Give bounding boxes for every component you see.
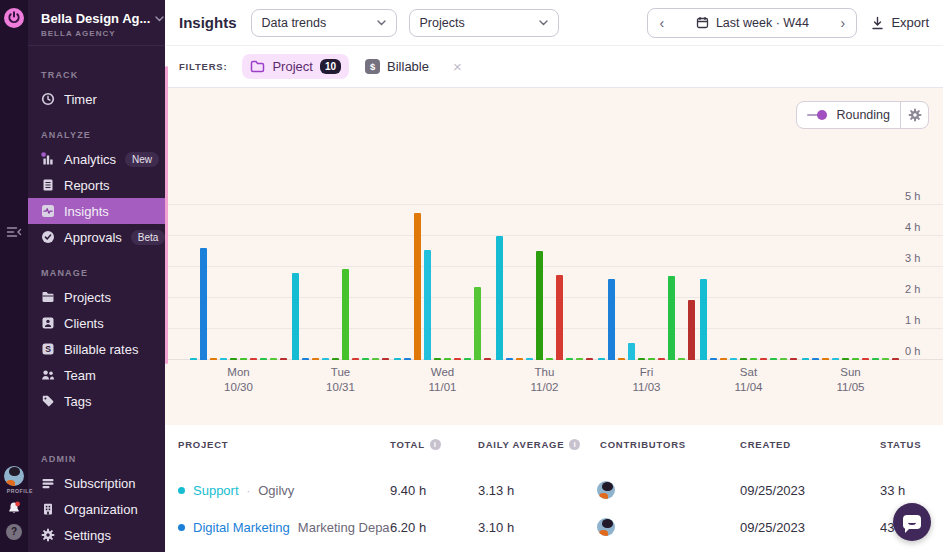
- bar-project-4-mon[interactable]: [220, 358, 227, 360]
- bar-project-7-fri[interactable]: [658, 358, 665, 360]
- bar-project-3-fri[interactable]: [618, 358, 625, 360]
- bar-support-sun[interactable]: [802, 358, 809, 360]
- bar-project-9-fri[interactable]: [678, 358, 685, 360]
- workspace-switcher[interactable]: Bella Design Ag... BELLA AGENCY: [28, 0, 165, 46]
- sidebar-item-timer[interactable]: Timer: [28, 86, 165, 112]
- bar-project-5-sat[interactable]: [740, 358, 747, 360]
- profile-avatar[interactable]: [4, 466, 24, 486]
- bar-project-7-sun[interactable]: [862, 358, 869, 360]
- bar-project-10-wed[interactable]: [484, 358, 491, 360]
- sidebar-item-analytics[interactable]: AnalyticsNew: [28, 146, 165, 172]
- next-week-button[interactable]: ›: [829, 9, 856, 37]
- bar-support-wed[interactable]: [394, 358, 401, 360]
- bar-project-9-tue[interactable]: [372, 358, 379, 360]
- bar-project-8-sun[interactable]: [872, 358, 879, 360]
- project-filter-chip[interactable]: Project 10: [242, 54, 349, 79]
- table-row-support[interactable]: Support·Ogilvy9.40 h3.13 h09/25/202333 h: [165, 472, 943, 509]
- scrollbar[interactable]: [165, 66, 168, 364]
- bar-project-6-mon[interactable]: [240, 358, 247, 360]
- bar-project-5-fri[interactable]: [638, 358, 645, 360]
- bar-project-8-fri[interactable]: [668, 276, 675, 360]
- bar-project-6-fri[interactable]: [648, 358, 655, 360]
- bar-project-5-thu[interactable]: [536, 251, 543, 360]
- chat-widget-button[interactable]: [893, 503, 931, 541]
- gear-icon[interactable]: [900, 102, 928, 128]
- bar-support-thu[interactable]: [496, 236, 503, 360]
- contributor-avatar[interactable]: [597, 481, 615, 499]
- bar-project-3-tue[interactable]: [312, 358, 319, 360]
- bar-project-6-tue[interactable]: [342, 269, 349, 360]
- bar-project-5-sun[interactable]: [842, 358, 849, 360]
- bar-project-8-mon[interactable]: [260, 358, 267, 360]
- rounding-toggle[interactable]: [807, 110, 829, 120]
- info-icon[interactable]: i: [430, 439, 441, 450]
- bar-project-8-wed[interactable]: [464, 358, 471, 360]
- bar-project-10-sat[interactable]: [790, 358, 797, 360]
- notifications-bell-icon[interactable]: [7, 501, 21, 515]
- bar-project-4-thu[interactable]: [526, 358, 533, 360]
- billable-filter-chip[interactable]: $ Billable: [365, 59, 429, 74]
- table-row-digital-marketing[interactable]: Digital MarketingMarketing Departn6.20 h…: [165, 509, 943, 546]
- bar-project-7-wed[interactable]: [454, 358, 461, 360]
- bar-project-4-sun[interactable]: [832, 358, 839, 360]
- clear-filters-icon[interactable]: ×: [453, 58, 462, 75]
- toggl-logo-icon[interactable]: [4, 8, 24, 28]
- bar-project-3-sun[interactable]: [822, 358, 829, 360]
- bar-digital-marketing-sat[interactable]: [710, 358, 717, 360]
- bar-support-sat[interactable]: [700, 279, 707, 360]
- prev-week-button[interactable]: ‹: [648, 9, 675, 37]
- bar-project-6-sun[interactable]: [852, 358, 859, 360]
- bar-project-3-thu[interactable]: [516, 358, 523, 360]
- date-range-button[interactable]: Last week · W44: [675, 9, 829, 37]
- bar-project-10-mon[interactable]: [280, 358, 287, 360]
- bar-project-6-thu[interactable]: [546, 358, 553, 360]
- sidebar-item-organization[interactable]: Organization: [28, 496, 165, 522]
- bar-project-7-sat[interactable]: [760, 358, 767, 360]
- data-trends-select[interactable]: Data trends: [251, 9, 397, 37]
- sidebar-item-billable-rates[interactable]: SBillable rates: [28, 336, 165, 362]
- bar-project-6-wed[interactable]: [444, 358, 451, 360]
- sidebar-item-projects[interactable]: Projects: [28, 284, 165, 310]
- bar-project-5-mon[interactable]: [230, 358, 237, 360]
- sidebar-item-clients[interactable]: Clients: [28, 310, 165, 336]
- bar-project-5-tue[interactable]: [332, 358, 339, 360]
- bar-project-4-wed[interactable]: [424, 250, 431, 360]
- collapse-sidebar-icon[interactable]: [6, 224, 22, 236]
- projects-select[interactable]: Projects: [409, 9, 559, 37]
- project-link[interactable]: Digital Marketing: [193, 520, 290, 535]
- bar-project-9-mon[interactable]: [270, 358, 277, 360]
- bar-project-10-sun[interactable]: [892, 358, 899, 360]
- bar-digital-marketing-wed[interactable]: [404, 358, 411, 360]
- bar-project-8-sat[interactable]: [770, 358, 777, 360]
- bar-project-10-thu[interactable]: [586, 358, 593, 360]
- bar-project-9-wed[interactable]: [474, 287, 481, 360]
- bar-digital-marketing-thu[interactable]: [506, 358, 513, 360]
- sidebar-item-settings[interactable]: Settings: [28, 522, 165, 548]
- bar-project-3-wed[interactable]: [414, 213, 421, 360]
- bar-project-6-sat[interactable]: [750, 358, 757, 360]
- bar-project-4-tue[interactable]: [322, 358, 329, 360]
- bar-project-4-sat[interactable]: [730, 358, 737, 360]
- project-link[interactable]: Support: [193, 483, 239, 498]
- bar-digital-marketing-sun[interactable]: [812, 358, 819, 360]
- bar-project-10-fri[interactable]: [688, 300, 695, 360]
- info-icon[interactable]: i: [569, 439, 580, 450]
- bar-project-4-fri[interactable]: [628, 343, 635, 360]
- bar-project-9-sun[interactable]: [882, 358, 889, 360]
- bar-project-8-thu[interactable]: [566, 358, 573, 360]
- bar-project-8-tue[interactable]: [362, 358, 369, 360]
- contributor-avatar[interactable]: [597, 518, 615, 536]
- bar-support-tue[interactable]: [292, 273, 299, 360]
- bar-project-9-thu[interactable]: [576, 358, 583, 360]
- sidebar-item-reports[interactable]: Reports: [28, 172, 165, 198]
- bar-digital-marketing-fri[interactable]: [608, 279, 615, 360]
- bar-support-fri[interactable]: [598, 358, 605, 360]
- bar-project-9-sat[interactable]: [780, 358, 787, 360]
- sidebar-item-insights[interactable]: Insights: [28, 198, 165, 224]
- bar-project-3-sat[interactable]: [720, 358, 727, 360]
- bar-project-7-thu[interactable]: [556, 275, 563, 360]
- bar-project-5-wed[interactable]: [434, 358, 441, 360]
- bar-digital-marketing-mon[interactable]: [200, 248, 207, 360]
- bar-project-7-mon[interactable]: [250, 358, 257, 360]
- sidebar-item-subscription[interactable]: Subscription: [28, 470, 165, 496]
